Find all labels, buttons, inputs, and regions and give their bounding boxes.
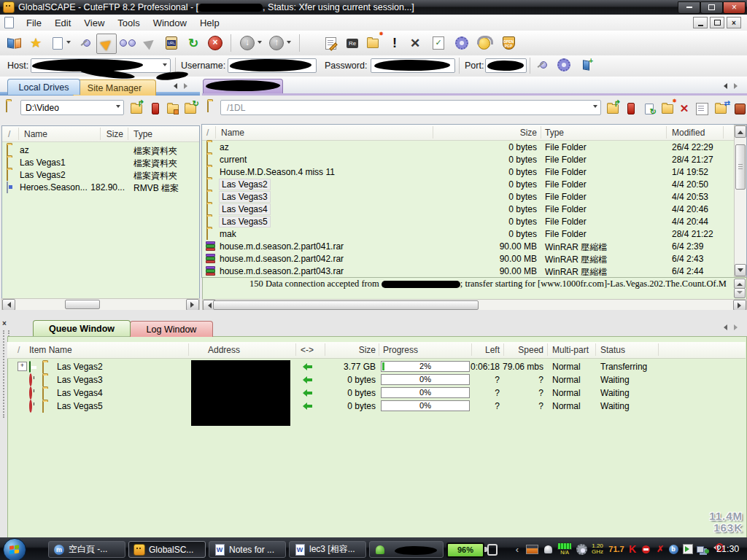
menu-edit[interactable]: Edit xyxy=(48,16,77,30)
settings-gear-icon[interactable] xyxy=(452,34,471,52)
tray-blocked-icon[interactable] xyxy=(639,541,652,557)
tray-user-icon[interactable] xyxy=(541,541,554,557)
local-file-row[interactable]: Heroes.Season... 182.90... RMVB 檔案 xyxy=(2,181,199,193)
menu-help[interactable]: Help xyxy=(193,16,226,30)
queue-col-sort[interactable]: / xyxy=(18,345,20,355)
remote-filter-icon[interactable] xyxy=(732,101,747,117)
scroll-thumb[interactable] xyxy=(65,300,100,309)
tab-scroll-left-icon[interactable] xyxy=(171,83,177,89)
tray-kaspersky-icon[interactable]: K xyxy=(626,541,639,557)
scroll-up-icon[interactable] xyxy=(735,125,746,138)
remote-col-sort[interactable]: / xyxy=(206,128,209,138)
remote-file-row-selected[interactable]: Las Vegas2 0 bytes File Folder 4/4 20:50 xyxy=(202,178,746,190)
mdi-restore-button[interactable] xyxy=(710,17,724,28)
tab-scroll-right-icon[interactable] xyxy=(184,83,190,89)
remote-file-row-selected[interactable]: Las Vegas3 0 bytes File Folder 4/4 20:53 xyxy=(202,190,746,203)
queue-col-direction[interactable]: <-> xyxy=(301,345,314,355)
new-dropdown-icon[interactable] xyxy=(64,34,73,52)
remote-file-row[interactable]: house.m.d.season.2.part043.rar 90.00 MB … xyxy=(202,265,746,277)
url-clipboard-icon[interactable]: URL xyxy=(162,34,181,52)
queue-tab-scroll-left-icon[interactable] xyxy=(721,324,727,330)
remote-refresh-page-icon[interactable]: ↻ xyxy=(641,101,657,117)
remote-path-combo[interactable]: /1DL xyxy=(220,100,601,115)
queue-row[interactable]: Las Vegas3 0 bytes 0% ? ? Normal Waiting xyxy=(7,373,746,386)
queue-row[interactable]: Las Vegas4 0 bytes 0% ? ? Normal Waiting xyxy=(7,386,746,400)
remote-file-row[interactable]: current 0 bytes File Folder 28/4 21:27 xyxy=(202,153,746,166)
mdi-document-icon[interactable] xyxy=(4,17,14,28)
scroll-right-icon[interactable] xyxy=(186,299,199,311)
download-icon[interactable]: ↓ xyxy=(238,34,257,52)
scroll-right-icon[interactable] xyxy=(733,300,746,311)
remote-delete-x-icon[interactable]: ✕ xyxy=(676,101,692,117)
taskbar-button-word2[interactable]: W lec3 [相容... xyxy=(289,541,366,558)
remote-path-dropdown-icon[interactable] xyxy=(589,101,600,114)
remote-file-row[interactable]: az 0 bytes File Folder 26/4 22:29 xyxy=(202,141,746,153)
tab-local-drives[interactable]: Local Drives xyxy=(7,79,80,95)
local-col-sort[interactable]: / xyxy=(8,129,10,139)
queue-tab-scroll-right-icon[interactable] xyxy=(734,324,740,330)
rename-icon[interactable]: Re xyxy=(343,34,362,52)
queue-col-multipart[interactable]: Multi-part xyxy=(552,345,589,355)
scroll-left-icon[interactable] xyxy=(2,299,15,311)
tray-picture-icon[interactable] xyxy=(525,541,538,557)
queue-row[interactable]: Las Vegas5 0 bytes 0% ? ? Normal Waiting xyxy=(7,400,746,413)
download-dropdown-icon[interactable] xyxy=(255,34,264,52)
site-manager-book-icon[interactable] xyxy=(4,34,23,52)
tray-temperature[interactable]: 71.7 xyxy=(607,541,626,557)
add-site-book-icon[interactable]: + xyxy=(578,57,594,73)
local-delete-icon[interactable] xyxy=(147,101,163,117)
taskbar-button-browser[interactable]: m 空白頁 -... xyxy=(48,541,125,558)
local-root-folder-icon[interactable] xyxy=(165,101,181,117)
connect-plug-icon[interactable] xyxy=(534,57,550,73)
gear-icon[interactable] xyxy=(556,57,572,73)
local-col-name[interactable]: Name xyxy=(24,129,47,139)
queue-col-address[interactable]: Address xyxy=(208,345,240,355)
remote-tab-scroll-left-icon[interactable] xyxy=(721,83,727,89)
menu-view[interactable]: View xyxy=(77,16,111,30)
queue-col-status[interactable]: Status xyxy=(600,345,625,355)
local-path-dropdown-icon[interactable] xyxy=(112,101,123,114)
local-file-row[interactable]: Las Vegas1 檔案資料夾 xyxy=(2,156,199,168)
disconnect-icon[interactable] xyxy=(140,34,159,52)
new-folder-icon[interactable]: ✸ xyxy=(363,34,382,52)
tray-meter-icon[interactable]: N/A xyxy=(556,541,573,557)
log-scroll-up-icon[interactable] xyxy=(734,279,746,289)
taskbar-clock[interactable]: 21:30 xyxy=(716,544,739,554)
queue-row[interactable]: + Las Vegas2 3.77 GB 2% 0:06:18 79.06 mb… xyxy=(7,360,746,373)
tray-network-icon[interactable] xyxy=(696,541,709,557)
local-file-row[interactable]: Las Vegas2 檔案資料夾 xyxy=(2,168,199,181)
connect-icon[interactable] xyxy=(76,34,95,52)
tray-scheduler-x-icon[interactable]: ✗ xyxy=(654,541,667,557)
remote-file-row[interactable]: house.m.d.season.2.part041.rar 90.00 MB … xyxy=(202,240,746,252)
queue-close-icon[interactable]: × xyxy=(2,319,7,327)
local-parent-dir-icon[interactable]: ↱ xyxy=(128,101,144,117)
remote-compare-icon[interactable]: ⇄ xyxy=(713,101,729,117)
scroll-thumb[interactable] xyxy=(213,300,479,310)
tray-bitcomet-icon[interactable]: b xyxy=(667,541,680,557)
remote-file-row-selected[interactable]: Las Vegas4 0 bytes File Folder 4/4 20:46 xyxy=(202,203,746,215)
upload-icon[interactable]: ↑ xyxy=(267,34,286,52)
verify-transfer-icon[interactable]: ✓ xyxy=(429,34,448,52)
queue-col-speed[interactable]: Speed xyxy=(481,345,543,355)
expand-icon[interactable]: + xyxy=(18,362,27,371)
log-scroll-down-icon[interactable] xyxy=(734,288,746,298)
openpgp-icon[interactable]: OPEN PGP xyxy=(499,34,518,52)
tab-log-window[interactable]: Log Window xyxy=(130,321,213,337)
battery-indicator[interactable]: 96% xyxy=(446,542,484,558)
stop-icon[interactable]: × xyxy=(206,34,225,52)
tray-gear-icon[interactable] xyxy=(575,541,588,557)
remote-file-row[interactable]: House.M.D.Season.4 miss 11 0 bytes File … xyxy=(202,166,746,178)
remote-file-row[interactable]: house.m.d.season.2.part042.rar 90.00 MB … xyxy=(202,252,746,265)
priority-icon[interactable]: ! xyxy=(385,34,404,52)
taskbar-button-cuteftp[interactable]: GlobalSC... xyxy=(128,541,206,558)
local-path-combo[interactable]: D:\Video xyxy=(20,100,124,115)
queue-col-size[interactable]: Size xyxy=(314,345,376,355)
quick-connect-icon[interactable] xyxy=(96,34,117,54)
minimize-button[interactable] xyxy=(678,1,700,14)
remote-tab-scroll-right-icon[interactable] xyxy=(734,83,740,89)
queue-col-item-name[interactable]: Item Name xyxy=(29,345,72,355)
menu-file[interactable]: File xyxy=(20,16,48,30)
remote-new-folder-icon[interactable]: ✸ xyxy=(659,101,676,117)
remote-col-size[interactable]: Size xyxy=(465,128,537,138)
remote-delete-icon[interactable] xyxy=(623,101,639,117)
